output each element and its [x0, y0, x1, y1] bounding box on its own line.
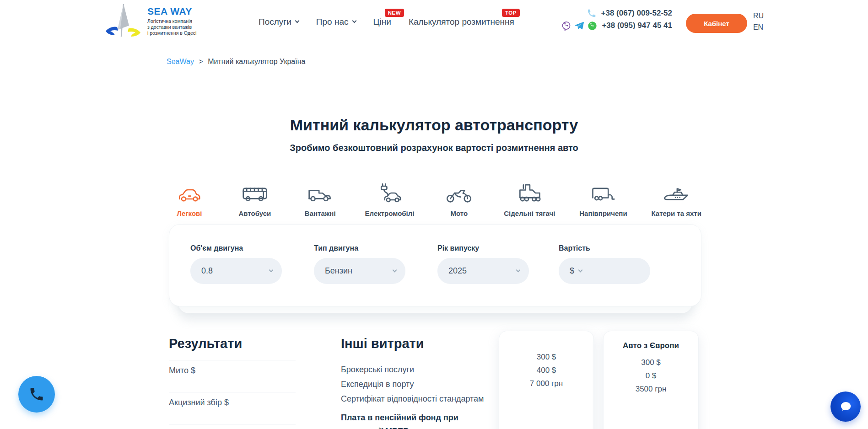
selected-value: 2025 [448, 266, 467, 276]
engine-volume-select[interactable]: 0.8 [190, 258, 282, 284]
nav-item-about[interactable]: Про нас [316, 17, 356, 27]
tab-label: Сідельні тягачі [504, 209, 555, 217]
semi-truck-icon [516, 182, 543, 204]
tab-motorcycles[interactable]: Мото [438, 181, 480, 217]
viber-icon[interactable] [561, 21, 571, 31]
field-label: Об'єм двигуна [190, 244, 282, 252]
other-cost-item: Експедиція в порту [341, 380, 414, 389]
chat-bubble-icon [837, 398, 854, 415]
chevron-down-icon [352, 19, 356, 23]
header: SEA WAY Логістична компанія з доставки в… [0, 0, 868, 44]
truck-icon [307, 185, 334, 204]
breadcrumb-home-link[interactable]: SeaWay [167, 58, 194, 65]
tab-label: Катери та яхти [651, 209, 701, 217]
yacht-icon [662, 185, 690, 204]
chat-fab-button[interactable] [830, 391, 861, 422]
result-item-duty: Мито $ [169, 366, 195, 375]
field-label: Тип двигуна [314, 244, 405, 252]
phone-icon [28, 386, 45, 402]
chevron-down-icon [295, 19, 299, 23]
logo[interactable]: SEA WAY Логістична компанія з доставки в… [104, 3, 196, 39]
phone-number-1[interactable]: +38 (067) 009-52-52 [601, 9, 672, 18]
lang-ru[interactable]: RU [753, 11, 764, 21]
field-engine-volume: Об'єм двигуна 0.8 [190, 244, 282, 284]
nav-item-prices[interactable]: Ціни NEW [373, 17, 391, 27]
phone-row-2: +38 (095) 947 45 41 [561, 21, 672, 31]
telegram-icon[interactable] [574, 21, 584, 31]
calculator-form-card: Об'єм двигуна 0.8 Тип двигуна Бензин Рік… [169, 224, 701, 306]
price-value: 3500 грн [604, 382, 698, 396]
cabinet-button[interactable]: Кабінет [686, 14, 747, 33]
car-icon [176, 185, 203, 204]
electric-car-icon [376, 182, 404, 204]
phone-icon [587, 8, 597, 18]
page-subtitle: Зробимо безкоштовний розрахунок вартості… [0, 143, 868, 153]
selected-currency: $ [570, 266, 574, 276]
whatsapp-icon[interactable] [588, 21, 597, 31]
tab-label: Мото [450, 209, 468, 217]
selected-value: 0.8 [201, 266, 213, 276]
chevron-down-icon [578, 268, 583, 273]
messenger-icons [561, 21, 597, 31]
field-engine-type: Тип двигуна Бензин [314, 244, 405, 284]
results-title: Результати [169, 336, 242, 351]
nav-item-services[interactable]: Послуги [259, 17, 299, 27]
price-value: 7 000 грн [499, 377, 593, 390]
price-card-title: Авто з Європи [604, 341, 698, 350]
nav-item-customs-calculator[interactable]: Калькулятор розмитнення TOP [409, 17, 514, 27]
currency-select-and-price-input[interactable]: $ [559, 258, 650, 284]
tab-semi-trucks[interactable]: Сідельні тягачі [504, 181, 555, 217]
motorcycle-icon [445, 184, 473, 204]
tab-trucks[interactable]: Вантажні [300, 181, 341, 217]
call-fab-button[interactable] [18, 376, 55, 413]
price-value: 0 $ [604, 369, 698, 382]
phone-number-2[interactable]: +38 (095) 947 45 41 [602, 21, 672, 30]
nav-label: Послуги [259, 17, 291, 27]
vehicle-type-tabs: Легкові Автобуси Вантажні [169, 181, 701, 217]
selected-value: Бензин [325, 266, 352, 276]
price-value: 300 $ [604, 356, 698, 369]
other-costs-title: Інші витрати [341, 336, 424, 351]
tab-cars[interactable]: Легкові [169, 181, 210, 217]
tab-electric-cars[interactable]: Електромобілі [365, 181, 415, 217]
price-card-1: 300 $ 400 $ 7 000 грн [499, 331, 594, 429]
price-value: 400 $ [499, 364, 593, 377]
divider [169, 424, 296, 424]
logo-text: SEA WAY Логістична компанія з доставки в… [147, 6, 196, 36]
result-item-excise: Акцизний збір $ [169, 398, 229, 408]
nav-label: Ціни [373, 17, 391, 27]
lang-en[interactable]: EN [753, 22, 764, 32]
page-title: Митний калькулятор автотранспорту [0, 116, 868, 134]
other-cost-item: Сертифікат відповідності стандартам [341, 394, 484, 404]
engine-type-select[interactable]: Бензин [314, 258, 405, 284]
logo-title: SEA WAY [147, 6, 196, 17]
main-nav: Послуги Про нас Ціни NEW Калькулятор роз… [259, 0, 514, 44]
language-switcher: RU EN [753, 11, 764, 32]
new-badge: NEW [385, 9, 404, 17]
chevron-down-icon [269, 268, 274, 273]
field-label: Вартість [559, 244, 650, 252]
year-select[interactable]: 2025 [437, 258, 529, 284]
field-price: Вартість $ [559, 244, 650, 284]
divider [169, 392, 296, 392]
tab-buses[interactable]: Автобуси [234, 181, 275, 217]
tab-boats-yachts[interactable]: Катери та яхти [651, 181, 701, 217]
page-root: SEA WAY Логістична компанія з доставки в… [0, 0, 868, 429]
phone-row-1: +38 (067) 009-52-52 [561, 8, 672, 18]
divider [169, 360, 296, 360]
field-label: Рік випуску [437, 244, 529, 252]
breadcrumb: SeaWay > Митний калькулятор Україна [167, 58, 305, 66]
other-cost-item: Брокерські послуги [341, 365, 414, 375]
tab-label: Вантажні [305, 209, 336, 217]
logo-tagline: Логістична компанія з доставки вантажів … [147, 18, 196, 36]
price-value: 300 $ [499, 350, 593, 364]
nav-label: Про нас [316, 17, 349, 27]
tab-semi-trailers[interactable]: Напівпричепи [579, 181, 627, 217]
tab-label: Напівпричепи [579, 209, 627, 217]
logo-graphic [104, 3, 142, 39]
trailer-icon [589, 185, 617, 204]
other-cost-item-pension-fund: Плата в пенсійний фонд при реєстрації МР… [341, 411, 478, 429]
breadcrumb-current: Митний калькулятор Україна [208, 58, 305, 65]
tab-label: Легкові [177, 209, 202, 217]
bus-icon [241, 185, 269, 204]
